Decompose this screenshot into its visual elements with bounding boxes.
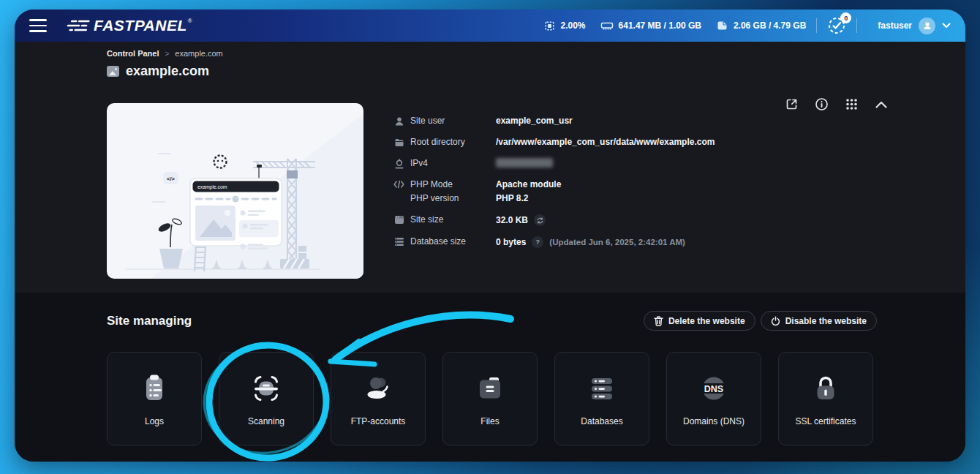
info-button[interactable] (815, 97, 829, 111)
site-overview: </> example.com (107, 103, 965, 279)
divider (816, 18, 817, 33)
grid-icon (845, 97, 859, 111)
databases-icon (585, 372, 619, 405)
tile-databases[interactable]: Databases (554, 352, 649, 445)
user-menu[interactable]: fastuser (878, 18, 951, 34)
tile-ftp-accounts[interactable]: FTP-accounts (331, 352, 426, 445)
app-window: FASTPANEL ® 2.00% 641.47 MB / 1.00 GB (15, 10, 965, 462)
pin-icon (393, 159, 404, 169)
brand-reg-mark: ® (188, 18, 192, 24)
external-link-icon (785, 97, 799, 111)
plant-illustration (157, 218, 183, 268)
blurred-ip-value (496, 158, 553, 168)
page-title: example.com (126, 64, 209, 79)
dns-icon: DNS (697, 372, 731, 405)
resource-stats: 2.00% 641.47 MB / 1.00 GB 2.06 GB / 4.79… (543, 20, 807, 32)
collapse-button[interactable] (875, 100, 888, 109)
disk-value: 2.06 GB / 4.79 GB (734, 20, 806, 31)
under-construction-illustration: </> example.com (107, 103, 363, 279)
delete-website-button[interactable]: Delete the website (644, 311, 755, 331)
breadcrumb-control-panel[interactable]: Control Panel (107, 49, 159, 58)
code-badge-icon: </> (163, 172, 178, 184)
detail-row-ipv4: IPv4 (393, 158, 715, 169)
title-row: example.com (107, 64, 965, 79)
trash-icon (654, 316, 663, 326)
detail-row-site-user: Site user example_com_usr (393, 116, 715, 127)
tile-domains-dns[interactable]: DNS Domains (DNS) (666, 352, 761, 445)
site-details: Site user example_com_usr Root directory… (393, 116, 715, 279)
detail-row-database-size: Database size 0 bytes ? (Updated Jun 6, … (393, 236, 715, 248)
browser-url: example.com (197, 184, 227, 190)
breadcrumb: Control Panel > example.com (107, 42, 965, 58)
ram-value: 641.47 MB / 1.00 GB (619, 20, 701, 31)
refresh-site-size-button[interactable] (534, 214, 546, 226)
cpu-stat[interactable]: 2.00% (543, 20, 586, 32)
database-size-updated: (Updated Jun 6, 2025, 2:42:01 AM) (549, 238, 685, 247)
notifications-badge: 0 (840, 12, 851, 23)
code-icon (393, 180, 404, 189)
logs-icon (137, 372, 171, 405)
folder-icon (473, 372, 507, 405)
brand-name: FASTPANEL (94, 17, 187, 34)
chevron-up-icon (875, 100, 888, 109)
site-managing-section: Site managing Delete the website Disable… (15, 293, 965, 462)
disk-stat[interactable]: 2.06 GB / 4.79 GB (716, 20, 806, 31)
database-size-help-button[interactable]: ? (532, 236, 543, 248)
header-actions (785, 97, 888, 111)
browser-illustration: example.com (190, 178, 282, 249)
gear-icon (214, 156, 227, 168)
breadcrumb-separator: > (165, 50, 170, 58)
people-icon (361, 372, 395, 405)
breadcrumb-site[interactable]: example.com (175, 49, 222, 58)
avatar (919, 18, 935, 34)
site-image-icon (107, 66, 119, 77)
tile-scanning[interactable]: Scanning (219, 352, 314, 445)
chevron-down-icon (942, 23, 951, 29)
site-info-section: Control Panel > example.com example.com (15, 42, 965, 293)
detail-row-php: PHP Mode PHP version Apache module PHP 8… (393, 179, 715, 203)
site-action-buttons: Delete the website Disable the website (644, 311, 877, 331)
disk-icon (716, 20, 728, 31)
cpu-value: 2.00% (561, 20, 586, 31)
tile-ssl-certificates[interactable]: SSL certificates (778, 352, 873, 445)
equalizer-icon (62, 17, 91, 34)
managing-tiles: Logs Scanning (107, 352, 877, 445)
scan-icon (249, 372, 283, 405)
info-icon (815, 97, 829, 111)
detail-row-site-size: Site size 32.0 KB (393, 214, 715, 226)
tile-files[interactable]: Files (442, 352, 538, 445)
lock-icon (809, 372, 843, 405)
power-icon (771, 316, 780, 326)
svg-text:DNS: DNS (704, 383, 723, 394)
section-title: Site managing (107, 314, 192, 328)
window-icon (393, 215, 404, 225)
divider (856, 18, 857, 33)
disable-website-button[interactable]: Disable the website (761, 311, 877, 331)
topbar: FASTPANEL ® 2.00% 641.47 MB / 1.00 GB (15, 10, 965, 42)
stack-icon (393, 237, 404, 247)
ram-icon (600, 20, 614, 31)
user-icon (393, 116, 404, 127)
username: fastuser (878, 20, 912, 31)
cpu-icon (543, 20, 556, 32)
ram-stat[interactable]: 641.47 MB / 1.00 GB (600, 20, 701, 31)
detail-row-root-directory: Root directory /var/www/example_com_usr/… (393, 137, 715, 148)
brand-logo[interactable]: FASTPANEL ® (64, 17, 192, 34)
notifications-button[interactable]: 0 (827, 16, 846, 35)
svg-text:</>: </> (167, 176, 175, 182)
open-site-button[interactable] (785, 97, 799, 111)
apps-grid-button[interactable] (845, 97, 859, 111)
folder-icon (393, 138, 404, 148)
site-illustration: </> example.com (107, 103, 363, 279)
menu-icon[interactable] (29, 19, 47, 32)
tile-logs[interactable]: Logs (107, 352, 202, 445)
person-icon (922, 20, 932, 31)
